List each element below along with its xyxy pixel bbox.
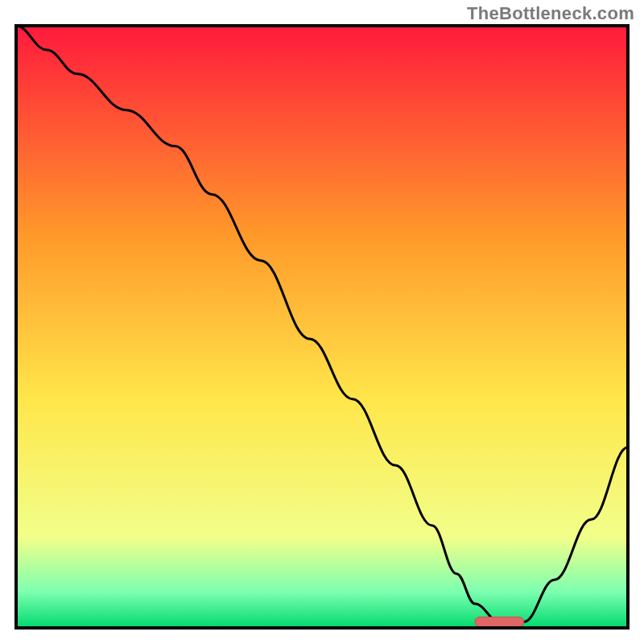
bottleneck-chart (0, 0, 644, 644)
watermark-text: TheBottleneck.com (467, 3, 634, 24)
gradient-background (16, 26, 628, 628)
chart-container: { "watermark": "TheBottleneck.com", "col… (0, 0, 644, 644)
optimal-marker (475, 617, 524, 627)
